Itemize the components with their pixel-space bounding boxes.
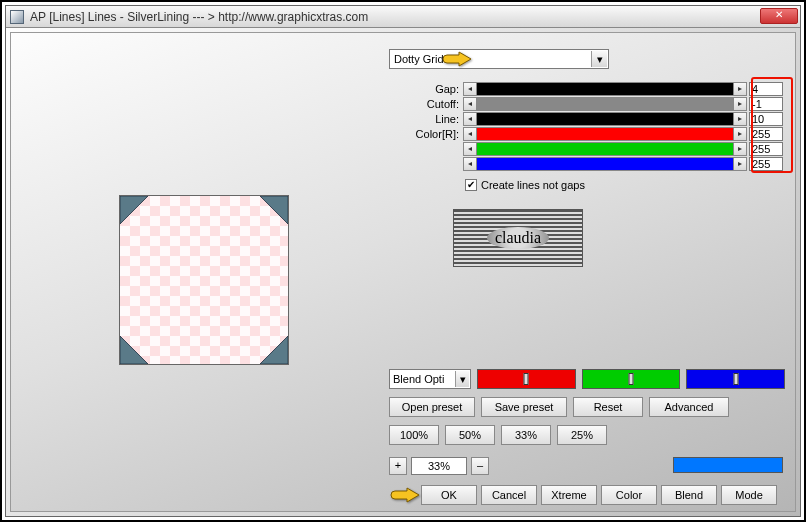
line-label: Line: — [389, 113, 463, 125]
arrow-right-icon[interactable]: ▸ — [733, 82, 747, 96]
zoom-value-input[interactable]: 33% — [411, 457, 467, 475]
arrow-right-icon[interactable]: ▸ — [733, 97, 747, 111]
logo-text: claudia — [487, 227, 549, 249]
arrow-left-icon[interactable]: ◂ — [463, 97, 477, 111]
close-button[interactable]: ✕ — [760, 8, 798, 24]
green-slider[interactable] — [582, 369, 681, 389]
mode-button[interactable]: Mode — [721, 485, 777, 505]
zoom-out-button[interactable]: – — [471, 457, 489, 475]
corner-ornament-icon — [260, 336, 288, 364]
cutoff-slider[interactable]: ◂ ▸ — [463, 97, 747, 111]
zoom-in-button[interactable]: + — [389, 457, 407, 475]
color-g-value-input[interactable]: 255 — [749, 142, 783, 156]
cancel-button[interactable]: Cancel — [481, 485, 537, 505]
main-panel: Dotty Grid ▾ Gap: ◂ ▸ 4 Cutoff: ◂ — [10, 32, 796, 512]
zoom-50-button[interactable]: 50% — [445, 425, 495, 445]
arrow-left-icon[interactable]: ◂ — [463, 82, 477, 96]
create-lines-label: Create lines not gaps — [481, 179, 585, 191]
ok-button[interactable]: OK — [421, 485, 477, 505]
logo-graphic: claudia — [453, 209, 583, 267]
arrow-right-icon[interactable]: ▸ — [733, 157, 747, 171]
corner-ornament-icon — [120, 196, 148, 224]
blend-dropdown[interactable]: Blend Opti ▾ — [389, 369, 471, 389]
pointing-hand-icon — [389, 485, 421, 505]
line-value-input[interactable]: 10 — [749, 112, 783, 126]
create-lines-checkbox[interactable]: ✔ — [465, 179, 477, 191]
chevron-down-icon: ▾ — [455, 371, 469, 387]
gap-slider[interactable]: ◂ ▸ — [463, 82, 747, 96]
app-icon — [10, 10, 24, 24]
gap-value-input[interactable]: 4 — [749, 82, 783, 96]
arrow-left-icon[interactable]: ◂ — [463, 127, 477, 141]
arrow-left-icon[interactable]: ◂ — [463, 157, 477, 171]
red-slider[interactable] — [477, 369, 576, 389]
line-slider[interactable]: ◂ ▸ — [463, 112, 747, 126]
corner-ornament-icon — [260, 196, 288, 224]
color-r-slider[interactable]: ◂ ▸ — [463, 127, 747, 141]
preset-value: Dotty Grid — [394, 53, 444, 65]
color-swatch — [673, 457, 783, 473]
gap-label: Gap: — [389, 83, 463, 95]
reset-button[interactable]: Reset — [573, 397, 643, 417]
arrow-right-icon[interactable]: ▸ — [733, 112, 747, 126]
corner-ornament-icon — [120, 336, 148, 364]
arrow-right-icon[interactable]: ▸ — [733, 142, 747, 156]
xtreme-button[interactable]: Xtreme — [541, 485, 597, 505]
save-preset-button[interactable]: Save preset — [481, 397, 567, 417]
blue-slider[interactable] — [686, 369, 785, 389]
cutoff-label: Cutoff: — [389, 98, 463, 110]
color-r-value-input[interactable]: 255 — [749, 127, 783, 141]
preset-dropdown[interactable]: Dotty Grid ▾ — [389, 49, 609, 69]
color-button[interactable]: Color — [601, 485, 657, 505]
arrow-left-icon[interactable]: ◂ — [463, 112, 477, 126]
zoom-100-button[interactable]: 100% — [389, 425, 439, 445]
open-preset-button[interactable]: Open preset — [389, 397, 475, 417]
window-title: AP [Lines] Lines - SilverLining --- > ht… — [30, 10, 368, 24]
color-r-label: Color[R]: — [389, 128, 463, 140]
arrow-left-icon[interactable]: ◂ — [463, 142, 477, 156]
advanced-button[interactable]: Advanced — [649, 397, 729, 417]
cutoff-value-input[interactable]: -1 — [749, 97, 783, 111]
zoom-25-button[interactable]: 25% — [557, 425, 607, 445]
color-g-slider[interactable]: ◂ ▸ — [463, 142, 747, 156]
title-bar[interactable]: AP [Lines] Lines - SilverLining --- > ht… — [6, 6, 800, 28]
zoom-33-button[interactable]: 33% — [501, 425, 551, 445]
color-b-value-input[interactable]: 255 — [749, 157, 783, 171]
color-b-slider[interactable]: ◂ ▸ — [463, 157, 747, 171]
blend-button[interactable]: Blend — [661, 485, 717, 505]
app-window: AP [Lines] Lines - SilverLining --- > ht… — [5, 5, 801, 517]
arrow-right-icon[interactable]: ▸ — [733, 127, 747, 141]
preview-canvas — [119, 195, 289, 365]
blend-value: Blend Opti — [393, 373, 444, 385]
chevron-down-icon: ▾ — [591, 51, 607, 67]
